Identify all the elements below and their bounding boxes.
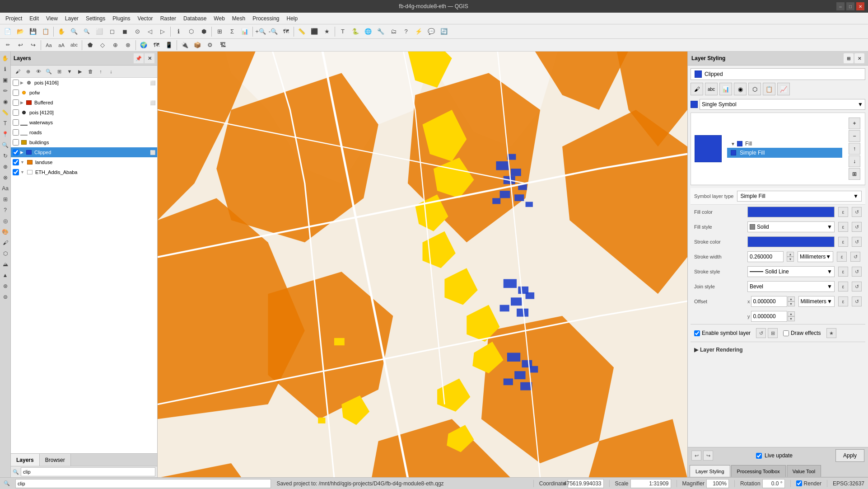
zoom-layer-btn[interactable]: ◼ [119,26,131,38]
help-btn[interactable]: ? [400,26,412,38]
move-down-btn[interactable]: ↓ [106,66,116,76]
stroke-style-reset-btn[interactable]: ↺ [852,267,862,277]
layer-item-eth[interactable]: ▼ ETH_Addis_Ababa [11,167,157,177]
save-as-btn[interactable]: 📋 [40,26,51,38]
layers-close-btn[interactable]: ✕ [145,53,154,63]
layer-check-roads[interactable] [13,129,19,136]
tab-layers[interactable]: Layers [11,454,40,466]
join-style-expr-btn[interactable]: ε [838,282,848,292]
rotation-value[interactable]: 0.0 ° [762,479,785,488]
stat-summary-btn[interactable]: 📊 [239,26,251,38]
tab-processing-toolbox[interactable]: Processing Toolbox [731,465,786,477]
pan-map-icon[interactable]: ✋ [0,53,10,63]
annotation-icon[interactable]: T [0,118,10,128]
coordinate-value[interactable]: 475619.994033 [568,479,604,488]
add-layer-btn[interactable]: + [849,118,860,129]
expand-all-btn[interactable]: ▼ [65,66,75,76]
styling-icon-diagram[interactable]: 📊 [719,83,732,95]
zoom-native-btn[interactable]: ⊙ [131,26,143,38]
menu-layer[interactable]: Layer [61,14,82,23]
stroke-color-reset-btn[interactable]: ↺ [852,237,862,247]
layer-item-buffered[interactable]: ▶ Buffered ⬜ [11,98,157,108]
osm-btn[interactable]: 🌍 [138,39,149,51]
pan-btn[interactable]: ✋ [56,26,67,38]
terrain-icon[interactable]: ⛰ [0,259,10,269]
map-area[interactable] [158,52,687,477]
new-project-btn[interactable]: 📄 [2,26,14,38]
zoom-last-btn[interactable]: ◁ [144,26,156,38]
menu-processing[interactable]: Processing [249,14,283,23]
measure-btn[interactable]: 📏 [296,26,308,38]
layer-check-buildings[interactable] [13,139,19,146]
open-attr-btn[interactable]: ⊞ [214,26,225,38]
menu-view[interactable]: View [42,14,61,23]
filter-icon[interactable]: ⊞ [0,194,10,204]
dupe-layer-btn[interactable]: ⊞ [849,168,860,180]
stroke-color-control[interactable] [747,236,835,247]
pin-icon[interactable]: 📍 [0,129,10,139]
join-style-reset-btn[interactable]: ↺ [852,282,862,292]
annotate-btn[interactable]: T [337,26,349,38]
node-icon[interactable]: ◉ [0,97,10,107]
apply-button[interactable]: Apply [835,449,864,462]
collapse-all-btn[interactable]: ▶ [75,66,85,76]
styling-undock-btn[interactable]: ⊞ [844,53,854,63]
layer-check-clipped[interactable] [13,149,19,155]
enable-symbol-btn2[interactable]: ⊞ [768,328,778,338]
layer-collapse-clipped[interactable]: ⬜ [150,150,155,155]
render-checkbox[interactable] [796,480,802,486]
styling-icon-legend[interactable]: 📋 [763,83,775,95]
menu-vector[interactable]: Vector [134,14,157,23]
enable-symbol-checkbox[interactable] [694,330,700,336]
layer-collapse-pois[interactable]: ⬜ [150,80,155,85]
fill-style-reset-btn[interactable]: ↺ [852,222,862,232]
undo-btn[interactable]: ↩ [14,39,26,51]
zoom-out-btn[interactable]: 🔍 [81,26,93,38]
offset-y-down[interactable]: ▼ [788,316,795,321]
offset-x-down[interactable]: ▼ [788,301,795,306]
edit-icon[interactable]: ✏ [0,86,10,96]
menu-plugins[interactable]: Plugins [109,14,134,23]
layer-check-pois-cleaned[interactable] [13,80,19,86]
stroke-width-input[interactable]: 0.260000 [747,251,784,262]
relief-icon[interactable]: ▲ [0,270,10,280]
layer-check-waterways[interactable] [13,119,19,126]
draw-effects-check[interactable]: Draw effects [783,330,821,336]
symbol-tree-simple-fill[interactable]: Simple Fill [727,148,842,158]
join-style-select[interactable]: Bevel ▼ [747,281,835,292]
magnifier-value[interactable]: 100% [706,479,729,488]
deselect-btn[interactable]: ⬢ [198,26,210,38]
layer-collapse-buffered[interactable]: ⬜ [150,100,155,105]
layer-item-buildings[interactable]: buildings [11,137,157,147]
styling-icon-mask[interactable]: ◉ [734,83,747,95]
layers-pin-btn[interactable]: 📌 [134,53,144,63]
refresh-btn[interactable]: 🔄 [438,26,450,38]
fill-color-reset-btn[interactable]: ↺ [852,207,862,217]
topo-btn[interactable]: ⊗ [122,39,134,51]
stroke-width-down[interactable]: ▼ [787,257,794,262]
menu-database[interactable]: Database [180,14,210,23]
magnify-icon[interactable]: 🔍 [0,140,10,150]
qfield-btn[interactable]: 📱 [163,39,175,51]
layer-check-landuse[interactable] [13,159,19,165]
enable-symbol-check[interactable]: Enable symbol layer [694,330,751,336]
deselect-icon[interactable]: ⊗ [0,173,10,183]
undo-styling-btn[interactable]: ↩ [691,451,701,461]
draw-effects-checkbox[interactable] [783,330,789,336]
label-btn[interactable]: Aa [43,39,55,51]
plugin5-btn[interactable]: 📦 [191,39,203,51]
measure-icon[interactable]: 📏 [0,108,10,118]
stroke-width-expr-btn[interactable]: ε [837,252,847,262]
styling-close-btn[interactable]: ✕ [854,53,864,63]
symbol-type-select[interactable]: Single Symbol ▼ [700,99,865,110]
query-icon[interactable]: ? [0,205,10,215]
offset-expr-btn[interactable]: ε [838,296,848,306]
feature-btn[interactable]: ★ [321,26,333,38]
layer-item-waterways[interactable]: waterways [11,118,157,127]
identify-btn[interactable]: ℹ [173,26,184,38]
layer-check-eth[interactable] [13,169,19,175]
minimize-button[interactable]: – [836,2,845,10]
quick-btn[interactable]: ⚡ [413,26,425,38]
osm2-btn[interactable]: 🗺 [150,39,162,51]
select-icon[interactable]: ▣ [0,75,10,85]
